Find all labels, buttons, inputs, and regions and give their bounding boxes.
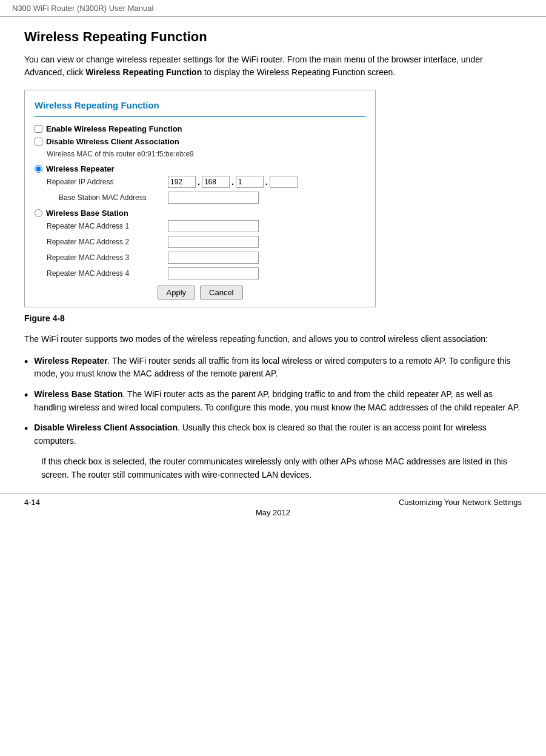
repeater-mac3-row: Repeater MAC Address 3 (47, 252, 365, 264)
if-text: If this check box is selected, the route… (41, 455, 522, 481)
figure-box: Wireless Repeating Function Enable Wirel… (24, 90, 376, 307)
repeater-mac1-input[interactable] (168, 220, 259, 232)
repeater-ip-row: Repeater IP Address . . . (47, 176, 365, 188)
disable-client-label: Disable Wireless Client Association (46, 137, 179, 146)
section-title: Wireless Repeating Function (24, 29, 522, 45)
page-header: N300 WiFi Router (N300R) User Manual (0, 0, 546, 17)
bullet-text-1: Wireless Repeater. The WiFi router sends… (34, 355, 522, 381)
repeater-mac1-label: Repeater MAC Address 1 (47, 222, 168, 230)
ip-field-1[interactable] (168, 176, 196, 188)
bullet-dot-3: • (24, 421, 28, 447)
bullet3-bold: Disable Wireless Client Association (34, 423, 178, 432)
wireless-base-station-radio-row[interactable]: Wireless Base Station (35, 209, 365, 218)
footer-wrapper: 4-14 Customizing Your Network Settings M… (0, 493, 546, 517)
mac-info-text: Wireless MAC of this router e0:91:f5:be:… (47, 150, 194, 158)
bullet-item-3: • Disable Wireless Client Association. U… (24, 421, 522, 447)
disable-client-checkbox[interactable] (35, 138, 42, 146)
ip-dot-1: . (198, 177, 200, 187)
wireless-base-station-radio[interactable] (35, 209, 42, 217)
base-station-mac-input[interactable] (168, 192, 259, 204)
footer-row: 4-14 Customizing Your Network Settings (24, 498, 522, 507)
footer-center-row: May 2012 (24, 508, 522, 517)
bullet-section: • Wireless Repeater. The WiFi router sen… (24, 355, 522, 448)
figure-title: Wireless Repeating Function (35, 100, 365, 110)
bullet-item-2: • Wireless Base Station. The WiFi router… (24, 388, 522, 414)
disable-client-checkbox-row[interactable]: Disable Wireless Client Association (35, 137, 365, 146)
body-text: The WiFi router supports two modes of th… (24, 333, 522, 346)
repeater-mac2-input[interactable] (168, 236, 259, 248)
repeater-ip-label: Repeater IP Address (47, 178, 168, 186)
bullet-dot-1: • (24, 355, 28, 381)
ip-dot-3: . (265, 177, 268, 187)
repeater-mac3-label: Repeater MAC Address 3 (47, 253, 168, 262)
footer-right: Customizing Your Network Settings (399, 498, 522, 507)
repeater-mac4-label: Repeater MAC Address 4 (47, 269, 168, 278)
figure-caption: Figure 4-8 (24, 313, 522, 323)
wireless-base-station-section: Wireless Base Station Repeater MAC Addre… (35, 209, 365, 279)
intro-bold: Wireless Repeating Function (85, 67, 202, 77)
repeater-mac1-row: Repeater MAC Address 1 (47, 220, 365, 232)
mac-info-row: Wireless MAC of this router e0:91:f5:be:… (47, 150, 365, 158)
cancel-button[interactable]: Cancel (200, 286, 242, 299)
apply-button[interactable]: Apply (158, 286, 196, 299)
wireless-base-station-label: Wireless Base Station (46, 209, 128, 218)
repeater-mac4-input[interactable] (168, 267, 259, 279)
ip-field-3[interactable] (236, 176, 264, 188)
ip-field-2[interactable] (202, 176, 230, 188)
wireless-repeater-label: Wireless Repeater (46, 164, 115, 173)
bullet-item-1: • Wireless Repeater. The WiFi router sen… (24, 355, 522, 381)
enable-wireless-checkbox[interactable] (35, 125, 42, 133)
repeater-mac2-label: Repeater MAC Address 2 (47, 238, 168, 246)
repeater-mac3-input[interactable] (168, 252, 259, 264)
header-left: N300 WiFi Router (N300R) User Manual (12, 4, 153, 13)
enable-wireless-label: Enable Wireless Repeating Function (46, 124, 182, 133)
ip-field-4[interactable] (270, 176, 298, 188)
intro-paragraph: You can view or change wireless repeater… (24, 53, 522, 79)
wireless-repeater-section: Wireless Repeater Repeater IP Address . … (35, 164, 365, 204)
button-row: Apply Cancel (35, 286, 365, 299)
base-station-mac-row: Base Station MAC Address (59, 192, 365, 204)
enable-checkbox-row[interactable]: Enable Wireless Repeating Function (35, 124, 365, 133)
bullet-text-3: Disable Wireless Client Association. Usu… (34, 421, 522, 447)
bullet2-bold: Wireless Base Station (34, 389, 122, 399)
intro-text-end: to display the Wireless Repeating Functi… (202, 67, 395, 77)
repeater-mac4-row: Repeater MAC Address 4 (47, 267, 365, 279)
ip-inputs: . . . (168, 176, 298, 188)
figure-divider (35, 116, 365, 117)
bullet1-bold: Wireless Repeater (34, 356, 107, 366)
footer-left: 4-14 (24, 498, 40, 507)
repeater-mac2-row: Repeater MAC Address 2 (47, 236, 365, 248)
footer-center: May 2012 (256, 508, 290, 517)
bullet-dot-2: • (24, 388, 28, 414)
ip-dot-2: . (231, 177, 234, 187)
bullet-text-2: Wireless Base Station. The WiFi router a… (34, 388, 522, 414)
wireless-repeater-radio-row[interactable]: Wireless Repeater (35, 164, 365, 173)
base-station-mac-label: Base Station MAC Address (59, 193, 168, 202)
wireless-repeater-radio[interactable] (35, 165, 42, 173)
